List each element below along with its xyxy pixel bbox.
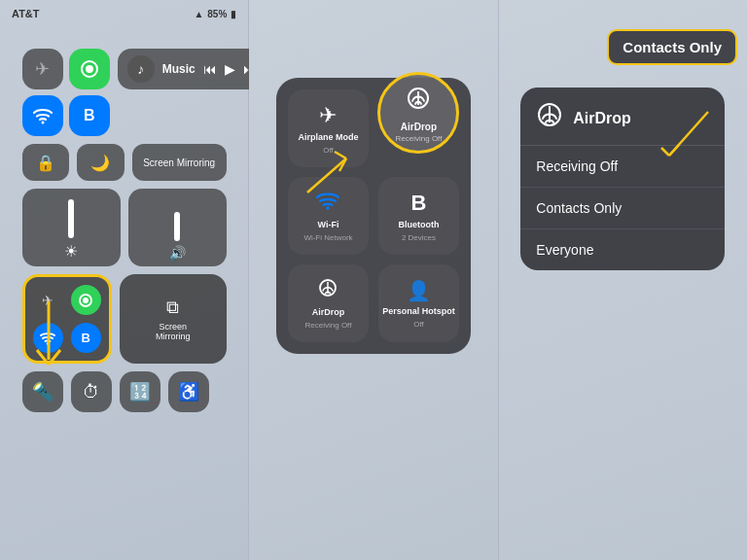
svg-point-4: [83, 298, 89, 303]
carrier-label: AT&T: [12, 8, 40, 19]
screen-mirror-label2: ScreenMirroring: [156, 322, 191, 341]
timer-tile[interactable]: ⏱: [71, 371, 112, 412]
svg-point-5: [47, 342, 49, 344]
battery-label: 85%: [207, 9, 227, 19]
status-right: ▲ 85% ▮: [194, 9, 236, 19]
bluetooth-exp-tile[interactable]: B Bluetooth 2 Devices: [378, 177, 459, 255]
wifi-exp-sublabel: Wi-Fi Network: [303, 233, 352, 242]
calculator-tile[interactable]: 🔢: [120, 371, 160, 412]
airdrop-receiving-off-item[interactable]: Receiving Off: [520, 146, 725, 188]
airplane-exp-label: Airplane Mode: [298, 132, 358, 142]
airdrop-contacts-only-item[interactable]: Contacts Only: [520, 188, 725, 229]
accessibility-tile[interactable]: ♿: [168, 371, 209, 412]
airplane-tile[interactable]: ✈: [22, 49, 63, 89]
airdrop-big-sublabel: Receiving Off: [396, 134, 443, 143]
airdrop-exp-container: AirDrop Receiving Off: [378, 89, 459, 167]
airplane-exp-tile[interactable]: ✈ Airplane Mode Off: [288, 89, 369, 167]
lock-rotation-tile[interactable]: 🔒: [22, 144, 70, 181]
wifi-exp-tile[interactable]: Wi-Fi Wi-Fi Network: [288, 177, 369, 255]
volume-slider[interactable]: [174, 212, 180, 241]
bluetooth-mini[interactable]: B: [71, 323, 101, 353]
callout-label: Contacts Only: [607, 29, 737, 65]
flashlight-tile[interactable]: 🔦: [22, 371, 63, 412]
signal-icon: ▲: [194, 9, 203, 19]
wifi-tile[interactable]: [22, 95, 63, 136]
battery-icon: ▮: [231, 9, 236, 19]
hotspot-icon: 👤: [407, 279, 431, 302]
status-bar: AT&T ▲ 85% ▮: [12, 8, 236, 19]
svg-point-11: [327, 206, 331, 210]
panel3: Contacts Only AirDrop Receiving Off Cont…: [499, 0, 747, 560]
music-tile[interactable]: ♪ Music ⏮ ▶ ⏭: [118, 49, 267, 89]
dnd-tile[interactable]: 🌙: [77, 144, 124, 181]
airdrop-circle-highlight[interactable]: AirDrop Receiving Off: [377, 72, 459, 154]
panel2: ✈ Airplane Mode Off AirDrop Receiving Of…: [249, 0, 497, 560]
airdrop-everyone-item[interactable]: Everyone: [520, 229, 725, 270]
cc-mid-row: 🔒 🌙 Screen Mirroring: [22, 144, 227, 181]
wifi-mini[interactable]: [33, 323, 63, 353]
brightness-icon: ☀: [64, 242, 78, 261]
cc-bottom-row2: 🔦 ⏱ 🔢 ♿: [22, 371, 227, 412]
wifi-exp-label: Wi-Fi: [318, 220, 339, 229]
cc-top-row: ✈ B: [22, 49, 227, 136]
volume-tile[interactable]: 🔊: [128, 189, 227, 266]
wifi-exp-icon: [316, 191, 339, 216]
bluetooth-tile[interactable]: B: [69, 95, 110, 136]
bluetooth-exp-sublabel: 2 Devices: [402, 233, 436, 242]
cc-bottom-row: ✈ B ⧉ S: [22, 274, 227, 364]
volume-icon: 🔊: [169, 245, 186, 261]
airdrop-big-icon: [404, 84, 433, 120]
prev-icon[interactable]: ⏮: [203, 61, 217, 77]
bluetooth-exp-label: Bluetooth: [398, 220, 439, 229]
airdrop-menu: AirDrop Receiving Off Contacts Only Ever…: [520, 88, 725, 270]
cellular-mini[interactable]: [71, 285, 101, 315]
cc-sliders-row: ☀ 🔊: [22, 189, 227, 266]
airdrop-big-label: AirDrop: [401, 122, 437, 132]
hotspot-label: Personal Hotspot: [382, 306, 455, 316]
airplane-mini[interactable]: ✈: [33, 285, 63, 315]
panel1: AT&T ▲ 85% ▮ ✈: [0, 0, 248, 560]
airdrop-bottom-sublabel: Receiving Off: [305, 321, 352, 330]
airplane-exp-sublabel: Off: [323, 146, 334, 155]
screen-mirroring-tile2[interactable]: ⧉ ScreenMirroring: [120, 274, 227, 364]
hotspot-tile[interactable]: 👤 Personal Hotspot Off: [378, 264, 459, 342]
airdrop-menu-header: AirDrop: [520, 88, 725, 146]
svg-point-1: [86, 65, 93, 73]
bluetooth-exp-icon: B: [411, 191, 427, 216]
brightness-tile[interactable]: ☀: [22, 189, 121, 266]
airdrop-bottom-tile[interactable]: AirDrop Receiving Off: [288, 264, 369, 342]
music-icon: ♪: [127, 55, 155, 83]
connectivity-2x2: ✈ B: [22, 274, 112, 364]
screen-mirroring-tile[interactable]: Screen Mirroring: [132, 144, 227, 181]
airdrop-menu-header-icon: [536, 101, 563, 135]
brightness-slider[interactable]: [68, 199, 74, 238]
airplane-exp-icon: ✈: [319, 103, 337, 128]
hotspot-sublabel: Off: [413, 320, 424, 329]
control-center: ✈ B: [22, 49, 227, 412]
cellular-tile[interactable]: [69, 49, 110, 89]
screen-mirroring-label: Screen Mirroring: [143, 158, 215, 168]
airdrop-bottom-label: AirDrop: [312, 307, 345, 317]
cc-expanded-grid: ✈ Airplane Mode Off AirDrop Receiving Of…: [276, 78, 471, 354]
airdrop-menu-title: AirDrop: [573, 110, 631, 127]
svg-point-2: [41, 122, 44, 124]
mirroring-icon: ⧉: [166, 298, 179, 318]
play-icon[interactable]: ▶: [225, 61, 235, 77]
music-label: Music: [162, 62, 196, 76]
airdrop-bottom-icon: [317, 277, 338, 303]
